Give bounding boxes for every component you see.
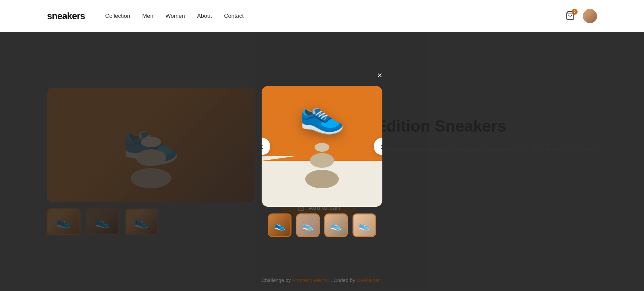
- overlay: × 👟 ‹: [0, 32, 644, 291]
- rock-top: [315, 143, 329, 152]
- nav-men[interactable]: Men: [142, 13, 153, 19]
- nav-contact[interactable]: Contact: [224, 13, 244, 19]
- lightbox-sneaker-image: 👟: [299, 93, 345, 136]
- lightbox-close-button[interactable]: ×: [374, 69, 386, 81]
- navbar: sneakers Collection Men Women About Cont…: [0, 0, 644, 32]
- rock-bottom: [305, 170, 339, 188]
- lightbox-main-image: 👟 ‹ ›: [262, 86, 382, 207]
- nav-links: Collection Men Women About Contact: [105, 13, 244, 19]
- lightbox-thumb-4-overlay: [354, 214, 375, 236]
- lightbox-thumb-2[interactable]: 👟: [296, 213, 320, 237]
- avatar[interactable]: [583, 9, 597, 23]
- nav-right: 0: [566, 9, 597, 23]
- prev-icon: ‹: [262, 142, 263, 151]
- lightbox-thumb-3[interactable]: 👟: [324, 213, 348, 237]
- cart-badge: 0: [572, 9, 578, 15]
- next-icon: ›: [381, 142, 382, 151]
- lightbox-rocks: [305, 143, 339, 188]
- lightbox-thumb-4[interactable]: 👟: [353, 213, 376, 237]
- lightbox-thumbnails: 👟 👟 👟 👟: [262, 213, 382, 237]
- nav-about[interactable]: About: [197, 13, 212, 19]
- lightbox-thumb-2-overlay: [297, 214, 319, 236]
- lightbox-thumb-3-overlay: [325, 214, 347, 236]
- main-content: 👟 👟 👟 👟: [0, 32, 644, 291]
- nav-women[interactable]: Women: [165, 13, 185, 19]
- lightbox-modal: × 👟 ‹: [262, 86, 382, 237]
- logo: sneakers: [47, 11, 85, 21]
- cart-button[interactable]: 0: [566, 11, 575, 21]
- lightbox-thumb-1-image: 👟: [269, 214, 290, 236]
- lightbox-thumb-1[interactable]: 👟: [268, 213, 291, 237]
- avatar-image: [583, 9, 597, 23]
- nav-collection[interactable]: Collection: [105, 13, 130, 19]
- rock-middle: [310, 153, 334, 168]
